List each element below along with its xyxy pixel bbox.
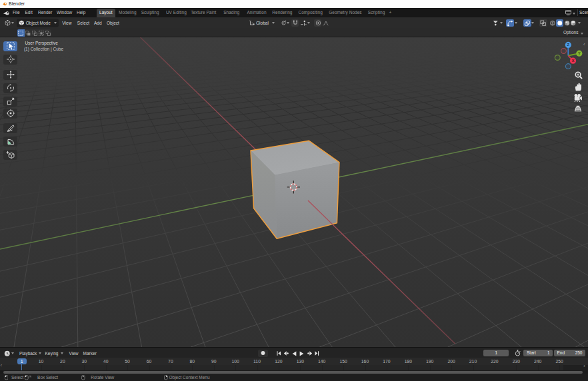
svg-text:X: X [572, 59, 575, 63]
svg-text:Y: Y [578, 51, 581, 55]
svg-text:Z: Z [567, 43, 570, 47]
